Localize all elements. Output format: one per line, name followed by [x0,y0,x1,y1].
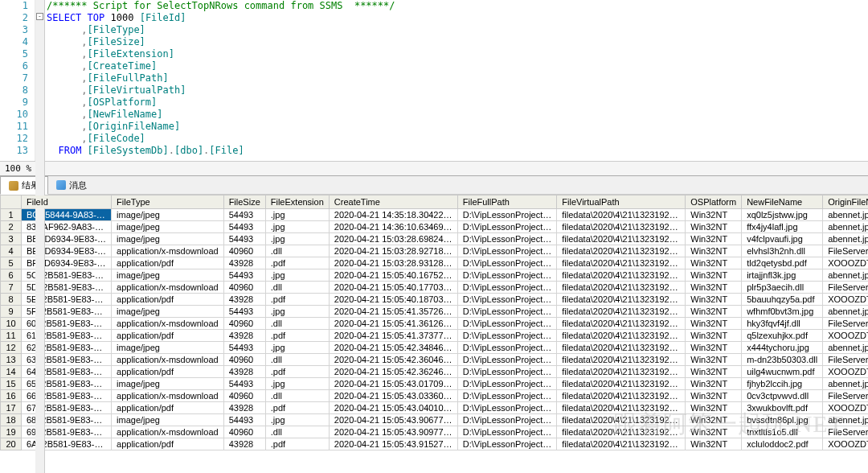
cell[interactable]: 2020-04-21 14:36:10.6346937 [329,221,457,233]
cell[interactable]: XOOOZDTC3B.pdf [823,366,868,378]
cell[interactable]: image/jpeg [112,378,224,390]
column-header[interactable]: OSPlatform [686,195,742,209]
cell[interactable]: D:\VipLessonProject… [457,354,556,366]
row-number[interactable]: 12 [1,342,22,354]
cell[interactable]: filedata\2020\4\21\132319263423489657 [557,354,686,366]
cell[interactable]: 2020-04-21 15:05:41.3737707 [329,330,457,342]
cell[interactable]: 2020-04-21 15:05:40.1675295 [329,269,457,282]
cell[interactable]: image/jpeg [112,209,224,221]
row-number[interactable]: 14 [1,366,22,378]
cell[interactable]: 2020-04-21 15:05:43.0170993 [329,378,457,390]
cell[interactable]: tnxtltls1o5.dll [742,426,823,438]
cell[interactable]: XOOOZDTC3B.pdf [823,294,868,306]
table-row[interactable]: 206A12B581-9E83-…application/pdf43928.pd… [1,438,869,450]
cell[interactable]: 3xwukbovlft.pdf [742,402,823,414]
cell[interactable]: filedata\2020\4\21\132319262089277068 [557,257,686,269]
cell[interactable]: XOOOZDTC3B.pdf [823,330,868,342]
results-grid-wrap[interactable]: FileIdFileTypeFileSizeFileExtensionCreat… [0,195,868,473]
tab-messages[interactable]: 消息 [48,176,95,194]
cell[interactable]: application/pdf [112,366,224,378]
row-number[interactable]: 16 [1,390,22,402]
cell[interactable]: abennet.jpg [823,306,868,318]
cell[interactable]: filedata\2020\4\21\132319263401370234 [557,269,686,282]
cell[interactable]: 2020-04-21 15:05:40.1770314 [329,282,457,294]
row-number[interactable]: 1 [1,209,22,221]
sql-editor-pane[interactable]: 12345678910111213 - /****** Script for S… [0,0,868,161]
cell[interactable]: 40960 [223,390,265,402]
cell[interactable]: 40960 [223,354,265,366]
cell[interactable]: image/jpeg [112,269,224,282]
cell[interactable]: .dll [265,245,329,257]
cell[interactable]: Win32NT [686,378,742,390]
cell[interactable]: Win32NT [686,414,742,426]
cell[interactable]: 2020-04-21 15:05:43.9097778 [329,426,457,438]
cell[interactable]: image/jpeg [112,233,224,245]
cell[interactable]: .pdf [265,294,329,306]
cell[interactable]: Win32NT [686,209,742,221]
cell[interactable]: Win32NT [686,354,742,366]
row-number[interactable]: 8 [1,294,22,306]
fold-toggle[interactable]: - [36,13,43,20]
table-row[interactable]: 146412B581-9E83-…application/pdf43928.pd… [1,366,869,378]
cell[interactable]: .jpg [265,378,329,390]
table-row[interactable]: 283BAF962-9A83-…image/jpeg54493.jpg2020-… [1,221,869,233]
row-number[interactable]: 15 [1,378,22,390]
cell[interactable]: filedata\2020\4\21\132319263401675295 [557,282,686,294]
cell[interactable]: image/jpeg [112,414,224,426]
cell[interactable]: application/x-msdownload [112,318,224,330]
table-row[interactable]: 156512B581-9E83-…image/jpeg54493.jpg2020… [1,378,869,390]
cell[interactable]: 2020-04-21 15:05:42.3604680 [329,354,457,366]
column-header[interactable]: FileSize [223,195,265,209]
cell[interactable]: abennet.jpg [823,414,868,426]
cell[interactable]: D:\VipLessonProject… [457,282,556,294]
cell[interactable]: filedata\2020\4\21\132319263413612682 [557,330,686,342]
cell[interactable]: filedata\2020\4\21\132319263423630081 [557,366,686,378]
cell[interactable]: 2020-04-21 14:35:18.3042297 [329,209,457,221]
cell[interactable]: 43928 [223,294,265,306]
cell[interactable]: FileServer.dll [823,426,868,438]
cell[interactable]: 2020-04-21 15:05:43.0401039 [329,402,457,414]
cell[interactable]: D:\VipLessonProject… [457,269,556,282]
cell[interactable]: tld2qetysbd.pdf [742,257,823,269]
cell[interactable]: .pdf [265,402,329,414]
row-number[interactable]: 11 [1,330,22,342]
cell[interactable]: abennet.jpg [823,342,868,354]
cell[interactable]: FileServer.dll [823,282,868,294]
cell[interactable]: application/pdf [112,402,224,414]
cell[interactable]: D:\VipLessonProject… [457,414,556,426]
cell[interactable]: Win32NT [686,269,742,282]
cell[interactable]: image/jpeg [112,306,224,318]
cell[interactable]: 43928 [223,257,265,269]
cell[interactable]: 54493 [223,221,265,233]
cell[interactable]: filedata\2020\4\21\132319263401770314 [557,294,686,306]
cell[interactable]: xcluloddoc2.pdf [742,438,823,450]
cell[interactable]: 2020-04-21 15:05:43.9067772 [329,414,457,426]
table-row[interactable]: 186812B581-9E83-…image/jpeg54493.jpg2020… [1,414,869,426]
table-row[interactable]: 95F12B581-9E83-…image/jpeg54493.jpg2020-… [1,306,869,318]
cell[interactable]: 2020-04-21 15:05:41.3612682 [329,318,457,330]
cell[interactable]: Win32NT [686,390,742,402]
column-header[interactable]: FileId [22,195,112,209]
cell[interactable]: D:\VipLessonProject… [457,390,556,402]
cell[interactable]: D:\VipLessonProject… [457,366,556,378]
cell[interactable]: abennet.jpg [823,269,868,282]
cell[interactable]: filedata\2020\4\21\132319262089167846 [557,245,686,257]
cell[interactable]: D:\VipLessonProject… [457,342,556,354]
cell[interactable]: 5bauuhqzy5a.pdf [742,294,823,306]
cell[interactable]: filedata\2020\4\21\132319262086487310 [557,233,686,245]
cell[interactable]: Win32NT [686,233,742,245]
cell[interactable]: filedata\2020\4\21\132319263430170993 [557,390,686,402]
row-number[interactable]: 7 [1,282,22,294]
cell[interactable]: D:\VipLessonProject… [457,306,556,318]
cell[interactable]: 43928 [223,402,265,414]
cell[interactable]: .pdf [265,366,329,378]
cell[interactable]: FileServer.dll [823,318,868,330]
table-row[interactable]: 3BBDD6934-9E83-…image/jpeg54493.jpg2020-… [1,233,869,245]
cell[interactable]: Win32NT [686,294,742,306]
table-row[interactable]: 1BCD58444-9A83-…image/jpeg54493.jpg2020-… [1,209,869,221]
row-number[interactable]: 17 [1,402,22,414]
cell[interactable]: Win32NT [686,245,742,257]
cell[interactable]: q5lzexuhjkx.pdf [742,330,823,342]
column-header[interactable]: FileType [112,195,224,209]
cell[interactable]: D:\VipLessonProject… [457,209,556,221]
